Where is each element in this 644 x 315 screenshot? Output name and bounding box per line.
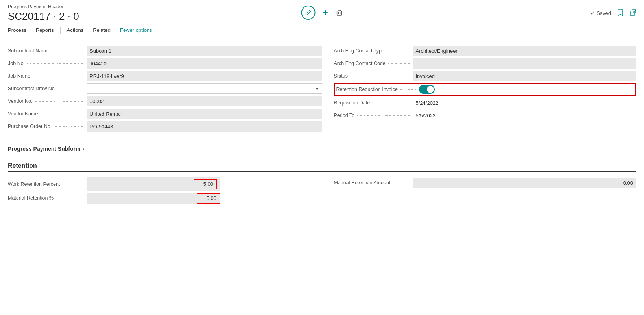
retention-grid: Work Retention Percent 5.00 Material Ret…: [8, 176, 636, 204]
subform-title-link[interactable]: Progress Payment Subform ›: [8, 145, 636, 152]
vendor-name-value: United Rental: [87, 109, 322, 119]
job-no-value: J04400: [87, 58, 322, 69]
purchase-order-label: Purchase Order No.: [8, 124, 87, 129]
manual-retention-row: Manual Retention Amount 0.00: [334, 176, 637, 189]
job-name-value: PRJ-1194 ver9: [87, 71, 322, 81]
nav-fewer-options[interactable]: Fewer options: [115, 26, 157, 35]
status-value: Invoiced: [413, 71, 637, 81]
header-right: ✓ Saved: [590, 9, 636, 17]
page-subtitle: Progress Payment Header: [8, 4, 590, 9]
retention-left-col: Work Retention Percent 5.00 Material Ret…: [8, 176, 322, 204]
period-to-value: 5/5/2022: [413, 110, 637, 120]
retention-reduction-toggle-container: [419, 85, 435, 94]
manual-retention-label: Manual Retention Amount: [334, 180, 413, 185]
chevron-down-icon: ▾: [316, 86, 319, 92]
work-retention-value: 5.00: [87, 177, 220, 191]
nav-related[interactable]: Related: [88, 26, 115, 35]
retention-reduction-toggle[interactable]: [419, 85, 435, 94]
toolbar-center: +: [301, 6, 343, 20]
subcontract-name-label: Subcontract Name: [8, 48, 87, 54]
subform-header: Progress Payment Subform ›: [0, 139, 644, 156]
requisition-date-value: 5/24/2022: [413, 98, 637, 108]
arch-eng-type-value: Architect/Engineer: [413, 46, 637, 56]
arch-eng-code-row: Arch Eng Contact Code: [334, 57, 637, 70]
subcontract-draw-dropdown[interactable]: ▾: [87, 83, 322, 94]
form-right-col: Arch Eng Contact Type Architect/Engineer…: [322, 44, 637, 133]
period-to-label: Period To: [334, 113, 413, 118]
requisition-date-label: Requisition Date: [334, 100, 413, 106]
form-section: Subcontract Name Subcon 1 Job No. J04400…: [0, 38, 644, 139]
header-left: Progress Payment Header SC20117 · 2 · 0: [8, 4, 590, 22]
subcontract-name-value: Subcon 1: [87, 46, 322, 56]
nav-process[interactable]: Process: [8, 26, 31, 35]
nav-actions[interactable]: Actions: [62, 26, 89, 35]
form-grid: Subcontract Name Subcon 1 Job No. J04400…: [8, 44, 636, 133]
status-row: Status Invoiced: [334, 70, 637, 82]
period-to-row: Period To 5/5/2022: [334, 109, 637, 122]
saved-status: ✓ Saved: [590, 10, 611, 16]
vendor-name-row: Vendor Name United Rental: [8, 107, 322, 120]
job-no-label: Job No.: [8, 61, 87, 66]
retention-reduction-row: Retention Reduction Invoice: [334, 83, 637, 96]
manual-retention-value: 0.00: [623, 180, 633, 186]
status-label: Status: [334, 73, 413, 79]
subform-chevron-icon: ›: [82, 145, 84, 152]
material-retention-label: Material Retention %: [8, 195, 87, 201]
subform-title-text: Progress Payment Subform: [8, 146, 80, 152]
page-title: SC20117 · 2 · 0: [8, 10, 590, 22]
material-retention-row: Material Retention % 5.00: [8, 192, 322, 204]
retention-section: Retention Work Retention Percent 5.00 Ma…: [0, 156, 644, 211]
delete-button[interactable]: [336, 9, 343, 16]
edit-button[interactable]: [301, 6, 315, 20]
vendor-no-row: Vendor No. 00002: [8, 95, 322, 107]
work-retention-label: Work Retention Percent: [8, 182, 87, 187]
form-left-col: Subcontract Name Subcon 1 Job No. J04400…: [8, 44, 322, 133]
vendor-no-label: Vendor No.: [8, 98, 87, 104]
arch-eng-type-row: Arch Eng Contact Type Architect/Engineer: [334, 44, 637, 57]
svg-rect-0: [337, 11, 342, 15]
subcontract-name-row: Subcontract Name Subcon 1: [8, 44, 322, 57]
requisition-date-row: Requisition Date 5/24/2022: [334, 96, 637, 109]
retention-reduction-label: Retention Reduction Invoice: [336, 87, 419, 92]
subcontract-draw-row: Subcontract Draw No. ▾: [8, 82, 322, 95]
nav-divider: [60, 27, 61, 34]
vendor-no-value: 00002: [87, 96, 322, 106]
work-retention-row: Work Retention Percent 5.00: [8, 176, 322, 192]
header-bar: Progress Payment Header SC20117 · 2 · 0 …: [0, 0, 644, 22]
nav-reports[interactable]: Reports: [31, 26, 59, 35]
add-button[interactable]: +: [323, 7, 328, 18]
purchase-order-value: PO-50443: [87, 121, 322, 132]
vendor-name-label: Vendor Name: [8, 111, 87, 117]
material-retention-number: 5.00: [197, 193, 220, 204]
check-icon: ✓: [590, 10, 595, 16]
job-no-row: Job No. J04400: [8, 57, 322, 70]
purchase-order-row: Purchase Order No. PO-50443: [8, 120, 322, 133]
work-retention-number: 5.00: [194, 179, 217, 189]
bookmark-button[interactable]: [617, 9, 624, 17]
arch-eng-type-label: Arch Eng Contact Type: [334, 48, 413, 54]
arch-eng-code-value: [413, 58, 637, 69]
retention-section-title: Retention: [8, 162, 636, 172]
retention-right-col: Manual Retention Amount 0.00: [322, 176, 637, 204]
open-external-button[interactable]: [630, 9, 636, 17]
job-name-row: Job Name PRJ-1194 ver9: [8, 70, 322, 82]
navigation-bar: Process Reports Actions Related Fewer op…: [0, 22, 644, 38]
job-name-label: Job Name: [8, 73, 87, 79]
subcontract-draw-label: Subcontract Draw No.: [8, 86, 87, 91]
arch-eng-code-label: Arch Eng Contact Code: [334, 61, 413, 66]
